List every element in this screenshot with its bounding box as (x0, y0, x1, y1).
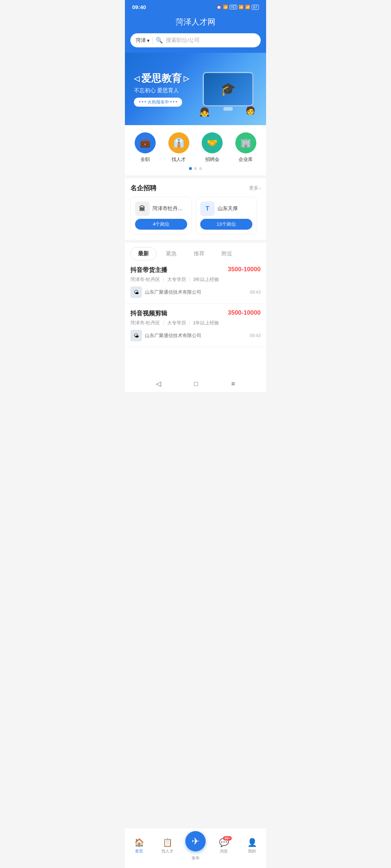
search-bar-container: 菏泽 ▾ 🔍 搜索职位/公司 (125, 33, 266, 53)
zhaorencai-icon: 👔 (173, 138, 184, 148)
company-card-1[interactable]: 🏛 菏泽市牡丹区领才 4个岗位 (130, 197, 192, 234)
company-section: 名企招聘 更多 › 🏛 菏泽市牡丹区领才 4个岗位 T 山东天厚 13个岗位 (125, 178, 266, 240)
company-section-title: 名企招聘 (130, 184, 156, 192)
company-name-2: 山东天厚 (218, 205, 238, 212)
job-item-2[interactable]: 抖音视频剪辑 3500-10000 菏泽市-牡丹区 | 大专学历 | 1年以上经… (125, 304, 266, 347)
wifi-icon: 📶 (223, 5, 228, 9)
banner-brand-name: 爱思教育 (134, 72, 199, 85)
quick-icons-row: 💼 全职 👔 找人才 🤝 招聘会 🏢 企业库 (129, 132, 262, 163)
zhaopinghui-label: 招聘会 (205, 156, 219, 163)
zhaorencai-label: 找人才 (172, 156, 186, 163)
job-company-logo-1: 🌤 (130, 286, 142, 298)
job-tags-2: 菏泽市-牡丹区 | 大专学历 | 1年以上经验 (130, 320, 261, 326)
app-title: 菏泽人才网 (125, 17, 266, 27)
back-button[interactable]: ◁ (156, 380, 161, 388)
company-info-2: T 山东天厚 (200, 201, 252, 216)
company-logo-2: T (200, 201, 215, 216)
quick-icons-section: 💼 全职 👔 找人才 🤝 招聘会 🏢 企业库 (125, 125, 266, 175)
search-icon: 🔍 (156, 37, 163, 44)
job-title-1: 抖音带货主播 (130, 266, 167, 274)
status-bar: 09:40 ⏰ 📶 HD 📶 📶 97 (125, 0, 266, 13)
signal-icon2: 📶 (245, 5, 250, 9)
company-section-header: 名企招聘 更多 › (130, 184, 261, 192)
job-tabs-section: 最新 紧急 推荐 附近 (125, 243, 266, 260)
job-company-name-1: 山东广聚通信技术有限公司 (145, 289, 201, 295)
banner-left: 爱思教育 不忘初心 爱思育人 • • • 火热报名中 • • • (134, 72, 199, 107)
company-card-2[interactable]: T 山东天厚 13个岗位 (196, 197, 257, 234)
location-text: 菏泽 (136, 37, 146, 44)
job-company-logo-2: 🌤 (130, 330, 142, 341)
status-time: 09:40 (132, 4, 146, 10)
banner[interactable]: 爱思教育 不忘初心 爱思育人 • • • 火热报名中 • • • 🎓 👧 🧑 (125, 53, 266, 125)
banner-illustration: 🎓 👧 🧑 (199, 60, 257, 118)
battery-icon: 97 (252, 5, 259, 10)
search-bar[interactable]: 菏泽 ▾ 🔍 搜索职位/公司 (130, 33, 261, 47)
company-more-btn[interactable]: 更多 › (249, 185, 261, 191)
job-experience-2: 1年以上经验 (193, 320, 219, 326)
menu-button[interactable]: ≡ (231, 380, 235, 388)
job-list: 抖音带货主播 3500-10000 菏泽市-牡丹区 | 大专学历 | 3年以上经… (125, 260, 266, 376)
job-header-2: 抖音视频剪辑 3500-10000 (130, 309, 261, 318)
company-logo-1: 🏛 (135, 201, 150, 216)
job-header-1: 抖音带货主播 3500-10000 (130, 266, 261, 274)
job-company-info-2: 🌤 山东广聚通信技术有限公司 (130, 330, 201, 341)
app-header: 菏泽人才网 (125, 13, 266, 33)
banner-cta: • • • 火热报名中 • • • (134, 98, 182, 107)
job-experience-1: 3年以上经验 (193, 276, 219, 283)
quick-icon-zhaopinghui[interactable]: 🤝 招聘会 (202, 132, 223, 163)
company-info-1: 🏛 菏泽市牡丹区领才 (135, 201, 187, 216)
quick-icon-qiyeku[interactable]: 🏢 企业库 (235, 132, 256, 163)
job-item-1[interactable]: 抖音带货主播 3500-10000 菏泽市-牡丹区 | 大专学历 | 3年以上经… (125, 260, 266, 304)
job-salary-2: 3500-10000 (228, 309, 261, 316)
job-time-1: 09:43 (250, 290, 261, 295)
signal-icon: 📶 (239, 5, 244, 9)
dot-2 (194, 167, 197, 170)
quanzhi-icon-circle: 💼 (135, 132, 156, 153)
qiyeku-icon: 🏢 (240, 138, 251, 148)
system-nav-bar: ◁ □ ≡ (125, 376, 266, 392)
company-positions-btn-2[interactable]: 13个岗位 (200, 219, 252, 230)
location-selector[interactable]: 菏泽 ▾ (136, 37, 153, 44)
search-input[interactable]: 搜索职位/公司 (166, 37, 255, 44)
job-company-row-1: 🌤 山东广聚通信技术有限公司 09:43 (130, 286, 261, 298)
quanzhi-icon: 💼 (140, 138, 151, 148)
tab-zuixin[interactable]: 最新 (130, 247, 156, 260)
job-tabs-row: 最新 紧急 推荐 附近 (130, 247, 261, 260)
job-education-1: 大专学历 (167, 276, 186, 283)
job-company-row-2: 🌤 山东广聚通信技术有限公司 09:43 (130, 330, 261, 341)
hd-icon: HD (230, 5, 237, 9)
dot-3 (199, 167, 202, 170)
job-salary-1: 3500-10000 (228, 266, 261, 273)
job-location-1: 菏泽市-牡丹区 (130, 276, 160, 283)
tab-tuijian[interactable]: 推荐 (186, 247, 212, 260)
quick-icon-zhaorencai[interactable]: 👔 找人才 (168, 132, 189, 163)
company-positions-btn-1[interactable]: 4个岗位 (135, 219, 187, 230)
status-icons: ⏰ 📶 HD 📶 📶 97 (216, 5, 259, 10)
tab-jinji[interactable]: 紧急 (158, 247, 184, 260)
job-education-2: 大专学历 (167, 320, 186, 326)
job-company-info-1: 🌤 山东广聚通信技术有限公司 (130, 286, 201, 298)
company-cards: 🏛 菏泽市牡丹区领才 4个岗位 T 山东天厚 13个岗位 🏠 华 10个岗位 (130, 197, 261, 234)
zhaopinghui-icon: 🤝 (207, 138, 218, 148)
company-name-1: 菏泽市牡丹区领才 (152, 205, 187, 212)
home-button[interactable]: □ (194, 380, 198, 388)
carousel-dots (129, 167, 262, 170)
banner-tagline: 不忘初心 爱思育人 (134, 87, 199, 94)
zhaorencai-icon-circle: 👔 (168, 132, 189, 153)
dot-1 (189, 167, 192, 170)
job-location-2: 菏泽市-牡丹区 (130, 320, 160, 326)
job-title-2: 抖音视频剪辑 (130, 309, 167, 318)
chevron-right-icon: › (259, 186, 261, 191)
zhaopinghui-icon-circle: 🤝 (202, 132, 223, 153)
job-company-name-2: 山东广聚通信技术有限公司 (145, 332, 201, 339)
quick-icon-quanzhi[interactable]: 💼 全职 (135, 132, 156, 163)
job-time-2: 09:43 (250, 333, 261, 338)
tab-fujin[interactable]: 附近 (214, 247, 240, 260)
alarm-icon: ⏰ (216, 5, 222, 9)
qiyeku-label: 企业库 (239, 156, 253, 163)
job-tags-1: 菏泽市-牡丹区 | 大专学历 | 3年以上经验 (130, 276, 261, 283)
quanzhi-label: 全职 (140, 156, 150, 163)
qiyeku-icon-circle: 🏢 (235, 132, 256, 153)
chevron-down-icon: ▾ (147, 38, 150, 43)
